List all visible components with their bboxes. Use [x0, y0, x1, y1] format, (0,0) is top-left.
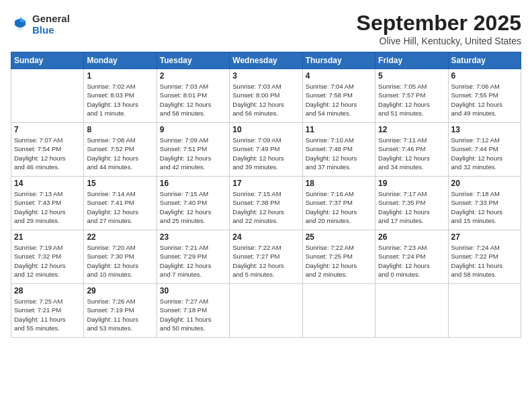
day-number: 28 [14, 286, 81, 295]
day-info: Sunrise: 7:22 AMSunset: 7:27 PMDaylight:… [232, 243, 299, 279]
day-number: 12 [378, 125, 445, 134]
day-number: 26 [378, 232, 445, 242]
calendar-cell: 8Sunrise: 7:08 AMSunset: 7:52 PMDaylight… [84, 123, 157, 177]
day-number: 3 [232, 71, 299, 81]
calendar-cell: 22Sunrise: 7:20 AMSunset: 7:30 PMDayligh… [84, 230, 157, 284]
day-info: Sunrise: 7:03 AMSunset: 8:01 PMDaylight:… [160, 82, 226, 118]
day-info: Sunrise: 7:02 AMSunset: 8:03 PMDaylight:… [87, 82, 153, 118]
day-info: Sunrise: 7:09 AMSunset: 7:49 PMDaylight:… [232, 136, 299, 171]
day-number: 13 [451, 125, 518, 134]
calendar-cell: 18Sunrise: 7:16 AMSunset: 7:37 PMDayligh… [302, 177, 375, 230]
day-info: Sunrise: 7:26 AMSunset: 7:19 PMDaylight:… [87, 297, 153, 332]
day-info: Sunrise: 7:13 AMSunset: 7:43 PMDaylight:… [14, 189, 81, 225]
day-info: Sunrise: 7:06 AMSunset: 7:55 PMDaylight:… [451, 82, 518, 118]
day-header-monday: Monday [84, 52, 157, 69]
day-info: Sunrise: 7:09 AMSunset: 7:51 PMDaylight:… [160, 136, 226, 171]
calendar: SundayMondayTuesdayWednesdayThursdayFrid… [11, 52, 521, 338]
calendar-cell: 10Sunrise: 7:09 AMSunset: 7:49 PMDayligh… [230, 123, 302, 177]
calendar-cell: 4Sunrise: 7:04 AMSunset: 7:58 PMDaylight… [302, 69, 375, 123]
calendar-cell: 28Sunrise: 7:25 AMSunset: 7:21 PMDayligh… [11, 284, 84, 338]
day-number: 16 [160, 179, 226, 188]
title-area: September 2025 Olive Hill, Kentucky, Uni… [357, 11, 521, 46]
logo-blue: Blue [32, 25, 70, 36]
day-header-thursday: Thursday [302, 52, 375, 69]
day-number: 4 [306, 71, 372, 81]
day-number: 30 [160, 286, 226, 295]
day-info: Sunrise: 7:17 AMSunset: 7:35 PMDaylight:… [378, 189, 445, 225]
calendar-cell: 25Sunrise: 7:22 AMSunset: 7:25 PMDayligh… [302, 230, 375, 284]
day-info: Sunrise: 7:24 AMSunset: 7:22 PMDaylight:… [451, 243, 518, 279]
day-number: 15 [87, 179, 153, 188]
calendar-cell: 27Sunrise: 7:24 AMSunset: 7:22 PMDayligh… [448, 230, 521, 284]
week-row-5: 28Sunrise: 7:25 AMSunset: 7:21 PMDayligh… [11, 284, 521, 338]
day-info: Sunrise: 7:10 AMSunset: 7:48 PMDaylight:… [306, 136, 372, 171]
logo-icon [11, 15, 30, 34]
day-info: Sunrise: 7:23 AMSunset: 7:24 PMDaylight:… [378, 243, 445, 279]
day-info: Sunrise: 7:20 AMSunset: 7:30 PMDaylight:… [87, 243, 153, 279]
day-info: Sunrise: 7:18 AMSunset: 7:33 PMDaylight:… [451, 189, 518, 225]
day-number: 27 [451, 232, 518, 242]
day-number: 29 [87, 286, 153, 295]
calendar-cell: 11Sunrise: 7:10 AMSunset: 7:48 PMDayligh… [302, 123, 375, 177]
calendar-cell [302, 284, 375, 338]
day-number: 22 [87, 232, 153, 242]
day-info: Sunrise: 7:12 AMSunset: 7:44 PMDaylight:… [451, 136, 518, 171]
day-info: Sunrise: 7:27 AMSunset: 7:18 PMDaylight:… [160, 297, 226, 332]
calendar-cell [230, 284, 302, 338]
day-info: Sunrise: 7:11 AMSunset: 7:46 PMDaylight:… [378, 136, 445, 171]
calendar-cell [11, 69, 84, 123]
day-number: 14 [14, 179, 81, 188]
day-header-saturday: Saturday [448, 52, 521, 69]
day-number: 5 [378, 71, 445, 81]
day-header-friday: Friday [375, 52, 448, 69]
day-number: 6 [451, 71, 518, 81]
day-number: 7 [14, 125, 81, 134]
day-info: Sunrise: 7:21 AMSunset: 7:29 PMDaylight:… [160, 243, 226, 279]
day-info: Sunrise: 7:14 AMSunset: 7:41 PMDaylight:… [87, 189, 153, 225]
calendar-cell: 14Sunrise: 7:13 AMSunset: 7:43 PMDayligh… [11, 177, 84, 230]
week-row-4: 21Sunrise: 7:19 AMSunset: 7:32 PMDayligh… [11, 230, 521, 284]
logo-general: General [32, 13, 70, 25]
day-header-wednesday: Wednesday [230, 52, 302, 69]
day-number: 1 [87, 71, 153, 81]
calendar-cell [448, 284, 521, 338]
calendar-cell: 30Sunrise: 7:27 AMSunset: 7:18 PMDayligh… [157, 284, 229, 338]
day-info: Sunrise: 7:16 AMSunset: 7:37 PMDaylight:… [306, 189, 372, 225]
week-row-3: 14Sunrise: 7:13 AMSunset: 7:43 PMDayligh… [11, 177, 521, 230]
calendar-cell: 3Sunrise: 7:03 AMSunset: 8:00 PMDaylight… [230, 69, 302, 123]
calendar-cell: 17Sunrise: 7:15 AMSunset: 7:38 PMDayligh… [230, 177, 302, 230]
calendar-cell: 6Sunrise: 7:06 AMSunset: 7:55 PMDaylight… [448, 69, 521, 123]
day-number: 20 [451, 179, 518, 188]
calendar-cell: 16Sunrise: 7:15 AMSunset: 7:40 PMDayligh… [157, 177, 229, 230]
month-title: September 2025 [357, 11, 521, 36]
day-info: Sunrise: 7:19 AMSunset: 7:32 PMDaylight:… [14, 243, 81, 279]
calendar-cell: 5Sunrise: 7:05 AMSunset: 7:57 PMDaylight… [375, 69, 448, 123]
calendar-cell: 26Sunrise: 7:23 AMSunset: 7:24 PMDayligh… [375, 230, 448, 284]
day-info: Sunrise: 7:25 AMSunset: 7:21 PMDaylight:… [14, 297, 81, 332]
calendar-cell: 21Sunrise: 7:19 AMSunset: 7:32 PMDayligh… [11, 230, 84, 284]
day-info: Sunrise: 7:04 AMSunset: 7:58 PMDaylight:… [306, 82, 372, 118]
day-header-tuesday: Tuesday [157, 52, 229, 69]
day-number: 2 [160, 71, 226, 81]
day-info: Sunrise: 7:15 AMSunset: 7:40 PMDaylight:… [160, 189, 226, 225]
day-number: 25 [306, 232, 372, 242]
location: Olive Hill, Kentucky, United States [357, 36, 521, 46]
day-number: 17 [232, 179, 299, 188]
day-info: Sunrise: 7:07 AMSunset: 7:54 PMDaylight:… [14, 136, 81, 171]
calendar-cell: 9Sunrise: 7:09 AMSunset: 7:51 PMDaylight… [157, 123, 229, 177]
calendar-cell [375, 284, 448, 338]
day-number: 19 [378, 179, 445, 188]
day-number: 9 [160, 125, 226, 134]
calendar-cell: 29Sunrise: 7:26 AMSunset: 7:19 PMDayligh… [84, 284, 157, 338]
day-number: 10 [232, 125, 299, 134]
week-row-1: 1Sunrise: 7:02 AMSunset: 8:03 PMDaylight… [11, 69, 521, 123]
calendar-cell: 24Sunrise: 7:22 AMSunset: 7:27 PMDayligh… [230, 230, 302, 284]
week-row-2: 7Sunrise: 7:07 AMSunset: 7:54 PMDaylight… [11, 123, 521, 177]
calendar-cell: 23Sunrise: 7:21 AMSunset: 7:29 PMDayligh… [157, 230, 229, 284]
day-info: Sunrise: 7:08 AMSunset: 7:52 PMDaylight:… [87, 136, 153, 171]
day-number: 23 [160, 232, 226, 242]
day-info: Sunrise: 7:22 AMSunset: 7:25 PMDaylight:… [306, 243, 372, 279]
logo: General Blue [11, 13, 70, 36]
day-number: 11 [306, 125, 372, 134]
day-number: 21 [14, 232, 81, 242]
